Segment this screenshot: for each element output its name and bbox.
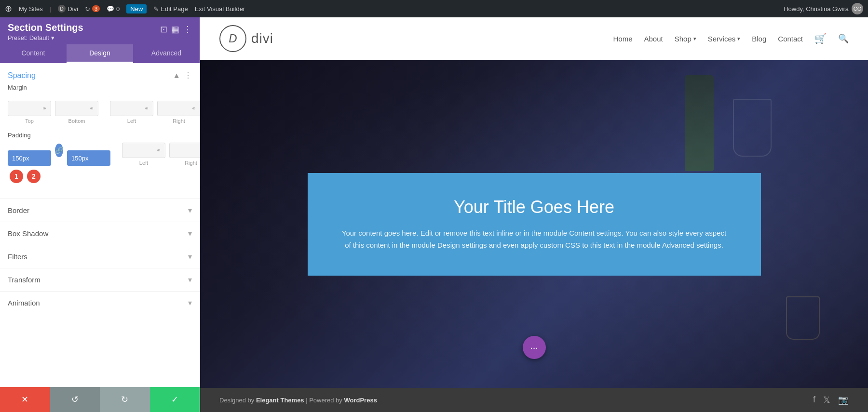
user-greeting: Howdy, Christina Gwira CG	[784, 3, 863, 14]
padding-top-input-wrapper[interactable]	[8, 150, 51, 166]
cancel-button[interactable]: ✕	[0, 387, 50, 412]
padding-right-group: ⚭ Right	[169, 143, 200, 166]
expand-icon[interactable]: ⊡	[160, 24, 167, 35]
margin-bottom-label: Bottom	[68, 118, 85, 124]
panel-preset[interactable]: Preset: Default ▾	[8, 34, 83, 41]
margin-left-input-wrapper[interactable]: ⚭	[110, 101, 153, 116]
reset-button[interactable]: ↺	[50, 387, 100, 412]
comment-bubble-link[interactable]: 💬 0	[107, 5, 120, 13]
margin-bottom-link-icon[interactable]: ⚭	[89, 105, 94, 112]
tab-advanced[interactable]: Advanced	[133, 44, 200, 63]
comments-counter[interactable]: ↻ 3	[85, 5, 100, 13]
panel-bottom-bar: ✕ ↺ ↻ ✓	[0, 387, 200, 412]
margin-label: Margin	[8, 84, 192, 91]
panel-title: Section Settings	[8, 22, 83, 33]
divi-link[interactable]: D Divi	[58, 5, 78, 13]
padding-right-input[interactable]	[174, 147, 200, 154]
facebook-icon[interactable]: f	[813, 395, 815, 405]
margin-right-link-icon[interactable]: ⚭	[191, 105, 196, 112]
footer-social: f 𝕏 📷	[813, 395, 849, 405]
padding-bottom-input-wrapper[interactable]	[67, 150, 110, 166]
hero-body: Your content goes here. Edit or remove t…	[341, 227, 727, 252]
cart-icon[interactable]: 🛒	[814, 33, 827, 44]
more-options-icon[interactable]: ⋮	[183, 24, 192, 35]
edit-page-link[interactable]: ✎ Edit Page	[153, 5, 188, 13]
nav-contact[interactable]: Contact	[778, 35, 803, 43]
separator-1: |	[50, 5, 51, 13]
nav-blog[interactable]: Blog	[752, 35, 766, 43]
new-button[interactable]: New	[126, 4, 147, 13]
margin-top-input-wrapper[interactable]: ⚭	[8, 101, 51, 116]
shop-chevron-icon: ▾	[693, 36, 696, 42]
margin-group: Margin ⚭ Top ⚭ Bottom	[0, 84, 200, 132]
margin-bottom-input-wrapper[interactable]: ⚭	[55, 101, 98, 116]
box-shadow-label: Box Shadow	[8, 229, 48, 238]
transform-section[interactable]: Transform ▾	[0, 268, 200, 291]
nav-services[interactable]: Services ▾	[708, 35, 741, 43]
comment-icon: 💬	[107, 5, 114, 13]
padding-left-input[interactable]	[126, 147, 155, 154]
divi-icon: D	[58, 5, 66, 13]
hero-deco-glass2	[786, 296, 820, 340]
box-shadow-chevron-icon: ▾	[188, 229, 192, 238]
margin-right-label: Right	[173, 118, 185, 124]
right-content: D divi Home About Shop ▾ Services ▾ Blog…	[200, 17, 868, 412]
margin-left-group: ⚭ Left	[110, 101, 153, 124]
margin-top-group: ⚭ Top	[8, 101, 51, 124]
my-sites-link[interactable]: My Sites	[19, 5, 43, 13]
services-chevron-icon: ▾	[737, 36, 740, 42]
hero-section: Your Title Goes Here Your content goes h…	[200, 60, 868, 388]
site-nav: Home About Shop ▾ Services ▾ Blog Contac…	[613, 33, 849, 44]
margin-right-input-wrapper[interactable]: ⚭	[157, 101, 200, 116]
margin-right-group: ⚭ Right	[157, 101, 200, 124]
exit-builder-link[interactable]: Exit Visual Builder	[195, 5, 245, 13]
panel-header-icons: ⊡ ▦ ⋮	[160, 24, 192, 35]
twitter-icon[interactable]: 𝕏	[823, 395, 830, 405]
spacing-more-icon[interactable]: ⋮	[184, 71, 192, 80]
animation-label: Animation	[8, 299, 40, 307]
tab-content[interactable]: Content	[0, 44, 67, 63]
filters-section[interactable]: Filters ▾	[0, 245, 200, 268]
margin-top-input[interactable]	[12, 105, 41, 112]
nav-shop[interactable]: Shop ▾	[675, 35, 696, 43]
margin-left-link-icon[interactable]: ⚭	[144, 105, 149, 112]
margin-bottom-input[interactable]	[59, 105, 88, 112]
search-icon[interactable]: 🔍	[838, 33, 849, 44]
site-header: D divi Home About Shop ▾ Services ▾ Blog…	[200, 17, 868, 60]
padding-top-input[interactable]	[12, 155, 41, 162]
padding-bottom-input[interactable]	[71, 155, 100, 162]
layout-icon[interactable]: ▦	[171, 24, 179, 35]
margin-left-label: Left	[127, 118, 136, 124]
margin-left-input[interactable]	[114, 105, 143, 112]
logo-text: divi	[251, 31, 273, 46]
box-shadow-section[interactable]: Box Shadow ▾	[0, 222, 200, 245]
wp-logo-icon[interactable]: ⊕	[5, 3, 12, 14]
save-button[interactable]: ✓	[150, 387, 200, 412]
panel-body: Spacing ▲ ⋮ Margin ⚭ Top	[0, 63, 200, 387]
nav-home[interactable]: Home	[613, 35, 632, 43]
nav-about[interactable]: About	[644, 35, 663, 43]
border-section[interactable]: Border ▾	[0, 199, 200, 222]
instagram-icon[interactable]: 📷	[838, 395, 849, 405]
padding-right-label: Right	[185, 160, 197, 166]
padding-label: Padding	[8, 132, 192, 139]
fab-button[interactable]: ···	[523, 336, 546, 359]
badge-2[interactable]: 2	[27, 170, 41, 183]
padding-link-button[interactable]: 🔗	[55, 144, 63, 157]
tab-design[interactable]: Design	[67, 44, 133, 63]
margin-right-input[interactable]	[162, 105, 190, 112]
badge-row: 1 2	[8, 170, 192, 191]
panel-header: Section Settings Preset: Default ▾ ⊡ ▦ ⋮	[0, 17, 200, 44]
transform-chevron-icon: ▾	[188, 275, 192, 284]
animation-section[interactable]: Animation ▾	[0, 291, 200, 314]
avatar: CG	[852, 3, 863, 14]
margin-top-link-icon[interactable]: ⚭	[42, 105, 47, 112]
padding-right-input-wrapper[interactable]: ⚭	[169, 143, 200, 158]
badge-1[interactable]: 1	[10, 170, 23, 183]
spacing-section-header: Spacing ▲ ⋮	[0, 63, 200, 84]
preset-chevron-icon: ▾	[51, 34, 54, 41]
spacing-collapse-icon[interactable]: ▲	[173, 71, 180, 80]
padding-left-link-icon[interactable]: ⚭	[156, 147, 161, 154]
redo-button[interactable]: ↻	[100, 387, 150, 412]
padding-left-input-wrapper[interactable]: ⚭	[122, 143, 165, 158]
